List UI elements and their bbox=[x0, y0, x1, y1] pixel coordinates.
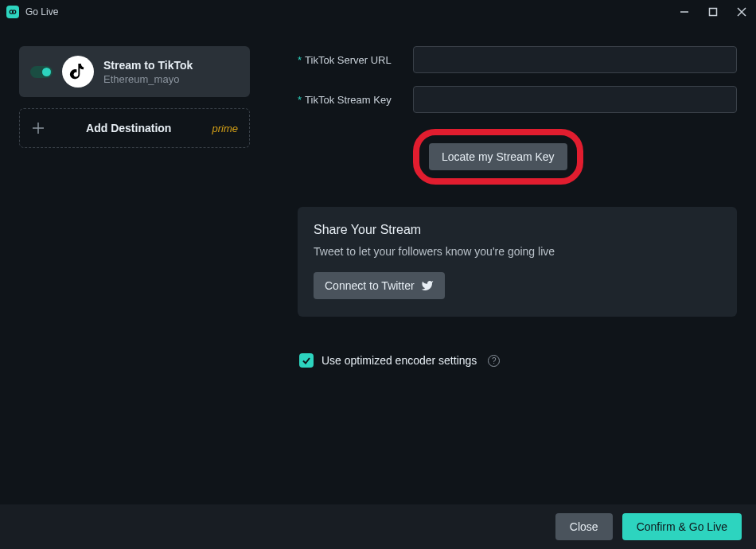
close-window-button[interactable] bbox=[734, 4, 750, 20]
locate-stream-key-button[interactable]: Locate my Stream Key bbox=[429, 143, 567, 170]
svg-rect-3 bbox=[710, 9, 717, 16]
destination-text: Stream to TikTok Ethereum_mayo bbox=[103, 59, 193, 85]
encoder-label: Use optimized encoder settings bbox=[321, 354, 477, 367]
close-button[interactable]: Close bbox=[555, 513, 613, 540]
destination-title: Stream to TikTok bbox=[103, 59, 193, 72]
server-url-input[interactable] bbox=[413, 46, 737, 73]
add-destination-label: Add Destination bbox=[60, 122, 197, 134]
plus-icon bbox=[31, 121, 45, 135]
share-title: Share Your Stream bbox=[314, 223, 721, 237]
window-controls bbox=[676, 4, 750, 20]
locate-button-wrap: Locate my Stream Key bbox=[413, 129, 737, 185]
help-icon[interactable]: ? bbox=[488, 355, 500, 367]
encoder-checkbox[interactable] bbox=[299, 353, 314, 368]
minimize-button[interactable] bbox=[676, 4, 692, 20]
maximize-button[interactable] bbox=[705, 4, 721, 20]
window-title: Go Live bbox=[25, 6, 676, 18]
main-content: Stream to TikTok Ethereum_mayo Add Desti… bbox=[0, 24, 756, 504]
dialog-footer: Close Confirm & Go Live bbox=[0, 504, 756, 549]
prime-badge: prime bbox=[212, 123, 238, 134]
destination-tiktok[interactable]: Stream to TikTok Ethereum_mayo bbox=[19, 46, 250, 97]
stream-key-label: TikTok Stream Key bbox=[298, 94, 413, 106]
add-destination-button[interactable]: Add Destination prime bbox=[19, 108, 250, 148]
highlight-annotation: Locate my Stream Key bbox=[413, 129, 583, 185]
destination-toggle[interactable] bbox=[30, 66, 53, 78]
app-icon bbox=[6, 6, 19, 18]
share-description: Tweet to let your followers know you're … bbox=[314, 245, 721, 258]
tiktok-icon bbox=[62, 56, 94, 88]
server-url-row: TikTok Server URL bbox=[298, 46, 737, 73]
server-url-label: TikTok Server URL bbox=[298, 54, 413, 66]
settings-panel: TikTok Server URL TikTok Stream Key Loca… bbox=[298, 46, 737, 504]
confirm-go-live-button[interactable]: Confirm & Go Live bbox=[622, 513, 742, 540]
stream-key-input[interactable] bbox=[413, 86, 737, 113]
window-titlebar: Go Live bbox=[0, 0, 756, 24]
destinations-sidebar: Stream to TikTok Ethereum_mayo Add Desti… bbox=[19, 46, 250, 504]
encoder-settings-row: Use optimized encoder settings ? bbox=[299, 353, 737, 368]
stream-key-row: TikTok Stream Key bbox=[298, 86, 737, 113]
connect-twitter-label: Connect to Twitter bbox=[325, 279, 415, 292]
share-stream-card: Share Your Stream Tweet to let your foll… bbox=[298, 207, 737, 317]
twitter-icon bbox=[421, 279, 434, 292]
connect-twitter-button[interactable]: Connect to Twitter bbox=[314, 272, 445, 299]
destination-subtitle: Ethereum_mayo bbox=[103, 73, 193, 85]
